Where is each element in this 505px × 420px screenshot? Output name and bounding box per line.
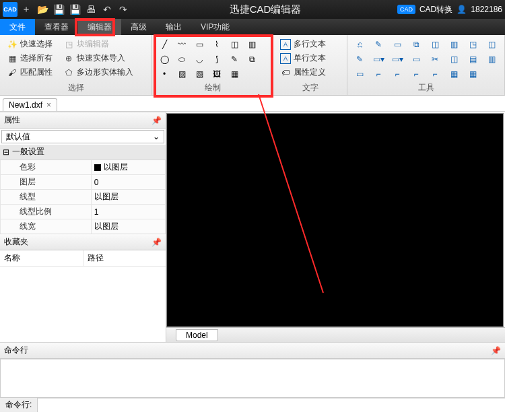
drawing-canvas[interactable]: [166, 113, 504, 327]
tool-icon[interactable]: ◳: [466, 38, 479, 51]
polygon-input-button[interactable]: ⬠多边形实体输入: [62, 66, 135, 79]
tool-icon[interactable]: ▭▾: [372, 53, 385, 66]
title-bar: CAD ＋ 📂 💾 💾 🖶 ↶ ↷ 迅捷CAD编辑器 CAD CAD转换 👤 1…: [0, 0, 505, 19]
tool-icon[interactable]: ▭: [391, 38, 404, 51]
property-key: 色彩: [1, 160, 92, 175]
tool-icon[interactable]: ▦: [447, 67, 461, 81]
pin-icon[interactable]: 📌: [152, 116, 162, 125]
tool-icon[interactable]: ▤: [466, 53, 479, 66]
pin-icon[interactable]: 📌: [491, 346, 501, 355]
quick-select-button[interactable]: ✨快速选择: [5, 38, 54, 50]
command-log[interactable]: [0, 359, 505, 398]
tool-icon[interactable]: ▭: [409, 53, 423, 66]
tool-icon[interactable]: ⎌: [353, 38, 366, 51]
quick-entity-import-button[interactable]: ⊕快速实体导入: [62, 52, 135, 65]
close-icon[interactable]: ×: [46, 100, 51, 110]
line-icon[interactable]: ╱: [158, 38, 171, 51]
hatch-icon[interactable]: ▨: [175, 67, 189, 81]
cad-badge-icon: CAD: [397, 5, 415, 14]
hatch2-icon[interactable]: ▧: [193, 67, 206, 81]
ellipse-icon[interactable]: ⬭: [175, 53, 189, 66]
general-section-header[interactable]: ⊟ 一般设置: [0, 145, 166, 160]
rect-icon[interactable]: ▭: [193, 38, 206, 51]
clone-icon[interactable]: ⧉: [245, 53, 259, 66]
undo-icon[interactable]: ↶: [100, 2, 114, 17]
model-tab[interactable]: Model: [176, 329, 218, 341]
tab-viewer[interactable]: 查看器: [35, 19, 78, 35]
properties-title: 属性: [4, 114, 20, 126]
attdef-label: 属性定义: [294, 67, 326, 78]
property-value[interactable]: 0: [91, 175, 165, 190]
tool-icon[interactable]: ⌐: [409, 67, 423, 81]
import-icon: ⊕: [63, 53, 74, 64]
property-row[interactable]: 色彩以图层: [1, 160, 166, 175]
tab-vip[interactable]: VIP功能: [191, 19, 239, 35]
layout-tabs: Model: [166, 327, 505, 342]
polygon-icon: ⬠: [63, 67, 74, 78]
tool-icon[interactable]: ▦: [466, 67, 479, 81]
polyline-icon[interactable]: ⌇: [210, 38, 224, 51]
properties-panel-header: 属性 📌: [0, 112, 166, 129]
tool-icon[interactable]: ✎: [353, 53, 366, 66]
property-value[interactable]: 1: [91, 205, 165, 219]
tool-icon[interactable]: ▭: [353, 67, 366, 81]
command-input[interactable]: [38, 398, 505, 411]
property-row[interactable]: 线型以图层: [1, 190, 166, 205]
tool-icon[interactable]: ◫: [485, 38, 498, 51]
tool-icon[interactable]: ◫: [428, 38, 442, 51]
tool-icon[interactable]: ◫: [447, 53, 461, 66]
user-icon[interactable]: 👤: [457, 5, 467, 14]
tab-output[interactable]: 输出: [156, 19, 191, 35]
tab-editor[interactable]: 编辑器: [78, 19, 121, 35]
select-all-button[interactable]: ▦选择所有: [5, 52, 54, 65]
arc-icon[interactable]: ◡: [193, 53, 206, 66]
block-insert-icon[interactable]: ◫: [228, 38, 241, 51]
stext-button[interactable]: A单行文本: [279, 52, 341, 65]
save-icon[interactable]: 💾: [51, 2, 66, 17]
property-value[interactable]: 以图层: [91, 219, 165, 234]
quick-select-label: 快速选择: [20, 38, 53, 50]
properties-table: 色彩以图层图层0线型以图层线型比例1线宽以图层: [0, 160, 166, 234]
pin-icon[interactable]: 📌: [152, 238, 162, 247]
mtext-button[interactable]: A多行文本: [279, 38, 341, 50]
favorites-list[interactable]: [0, 267, 166, 342]
tab-file[interactable]: 文件: [0, 19, 35, 35]
tool-icon[interactable]: ✎: [372, 38, 385, 51]
tab-advanced[interactable]: 高级: [121, 19, 156, 35]
open-icon[interactable]: 📂: [35, 2, 50, 17]
image-icon[interactable]: 🖼: [210, 67, 224, 81]
tool-icon[interactable]: ⌐: [391, 67, 404, 81]
redo-icon[interactable]: ↷: [116, 2, 131, 17]
tool-icon[interactable]: ▥: [447, 38, 461, 51]
command-prompt-label: 命令行:: [0, 398, 38, 412]
spline-icon[interactable]: 〰: [175, 38, 189, 51]
block-icon: ◳: [63, 39, 74, 50]
favorites-columns: 名称 路径: [0, 250, 166, 267]
property-row[interactable]: 图层0: [1, 175, 166, 190]
new-icon[interactable]: ＋: [19, 2, 34, 17]
saveas-icon[interactable]: 💾: [67, 2, 82, 17]
cad-convert-link[interactable]: CAD转换: [419, 4, 452, 15]
attdef-button[interactable]: 🏷属性定义: [279, 66, 341, 79]
match-props-button[interactable]: 🖌匹配属性: [5, 66, 54, 79]
table-icon[interactable]: ▦: [228, 67, 241, 81]
document-tab[interactable]: New1.dxf ×: [3, 98, 57, 111]
print-icon[interactable]: 🖶: [83, 2, 98, 17]
point-icon[interactable]: •: [158, 67, 171, 81]
app-icon[interactable]: CAD: [3, 2, 18, 17]
tool-icon[interactable]: ⌐: [428, 67, 442, 81]
tool-icon[interactable]: ⧉: [409, 38, 423, 51]
default-value-combo[interactable]: 默认值 ⌄: [1, 130, 164, 143]
property-row[interactable]: 线宽以图层: [1, 219, 166, 234]
group-icon[interactable]: ▥: [245, 38, 259, 51]
property-value[interactable]: 以图层: [91, 190, 165, 205]
tool-icon[interactable]: ⌐: [372, 67, 385, 81]
curve-icon[interactable]: ⟆: [210, 53, 224, 66]
circle-icon[interactable]: ◯: [158, 53, 171, 66]
tool-icon[interactable]: ✂: [428, 53, 442, 66]
eyedrop-icon[interactable]: ✎: [228, 53, 241, 66]
property-value[interactable]: 以图层: [91, 160, 165, 175]
tool-icon[interactable]: ▭▾: [391, 53, 404, 66]
property-row[interactable]: 线型比例1: [1, 205, 166, 219]
tool-icon[interactable]: ▥: [485, 53, 498, 66]
